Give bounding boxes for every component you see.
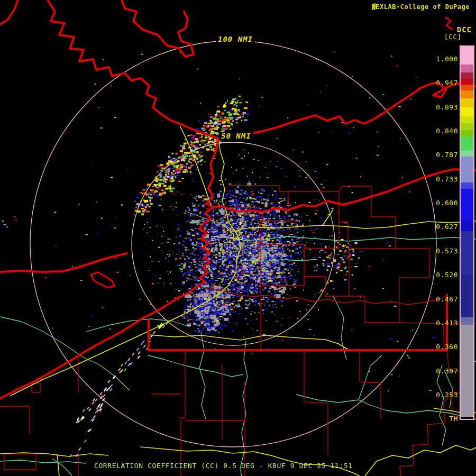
range-ring-label-100: 100 NMI bbox=[216, 35, 255, 43]
shoreline-lines bbox=[0, 0, 476, 398]
range-ring-label-50: 50 NMI bbox=[219, 132, 253, 140]
colorbar-segment bbox=[461, 130, 473, 137]
colorbar-segment bbox=[461, 317, 473, 325]
colorbar-segment bbox=[461, 151, 473, 157]
colorbar-label: TH bbox=[421, 415, 458, 423]
colorbar-segment bbox=[461, 85, 473, 90]
colorbar-label: 0.520 bbox=[421, 271, 458, 279]
colorbar-label: 0.627 bbox=[421, 223, 458, 231]
colorbar-segment bbox=[461, 417, 473, 419]
colorbar-segment bbox=[461, 275, 473, 317]
colorbar-segment bbox=[461, 157, 473, 182]
colorbar-label: 0.893 bbox=[421, 104, 458, 111]
colorbar-segment bbox=[461, 65, 473, 72]
colorbar-label: 0.947 bbox=[421, 79, 458, 87]
colorbar-segment bbox=[461, 182, 473, 189]
colorbar-label: 0.573 bbox=[421, 248, 458, 255]
colorbar-segment bbox=[461, 123, 473, 130]
nexlab-logo-icon bbox=[372, 3, 378, 10]
colorbar-label: 0.787 bbox=[421, 151, 458, 159]
header: NEXLAB-College of DuPage bbox=[372, 3, 470, 11]
colorbar-label: 0.413 bbox=[421, 319, 458, 327]
river-lines bbox=[0, 212, 476, 476]
header-title: NEXLAB-College of DuPage bbox=[372, 3, 470, 11]
county-lines bbox=[0, 186, 476, 476]
colorbar-segment bbox=[461, 137, 473, 151]
colorbar-label: 0.253 bbox=[421, 391, 458, 399]
colorbar-segment bbox=[461, 221, 473, 231]
colorbar-segment bbox=[461, 90, 473, 98]
product-code-label: DCC bbox=[457, 25, 472, 34]
colorbar bbox=[460, 45, 474, 420]
colorbar-segment bbox=[461, 72, 473, 78]
map-svg bbox=[0, 0, 476, 476]
colorbar-label: 0.840 bbox=[421, 127, 458, 135]
road-lines bbox=[0, 126, 476, 476]
colorbar-segment bbox=[461, 98, 473, 107]
colorbar-label: 1.000 bbox=[421, 56, 458, 63]
colorbar-segment bbox=[461, 78, 473, 85]
colorbar-segment bbox=[461, 325, 473, 417]
colorbar-label: 0.360 bbox=[421, 343, 458, 351]
colorbar-segment bbox=[461, 189, 473, 221]
status-bar-text: CORRELATION COEFFICIENT (CC) 0.5 DEG - K… bbox=[94, 462, 353, 470]
colorbar-segment bbox=[461, 116, 473, 123]
colorbar-segment bbox=[461, 231, 473, 275]
colorbar-label: 0.680 bbox=[421, 199, 458, 207]
colorbar-segment bbox=[461, 47, 473, 65]
product-unit-label: [CC] bbox=[444, 33, 462, 41]
colorbar-label: 0.467 bbox=[421, 296, 458, 303]
range-rings bbox=[30, 41, 436, 447]
radar-display: NEXLAB-College of DuPage DCC [CC] 1.0000… bbox=[0, 0, 476, 476]
colorbar-label: 0.307 bbox=[421, 368, 458, 375]
colorbar-segment bbox=[461, 107, 473, 116]
colorbar-label: 0.733 bbox=[421, 176, 458, 183]
